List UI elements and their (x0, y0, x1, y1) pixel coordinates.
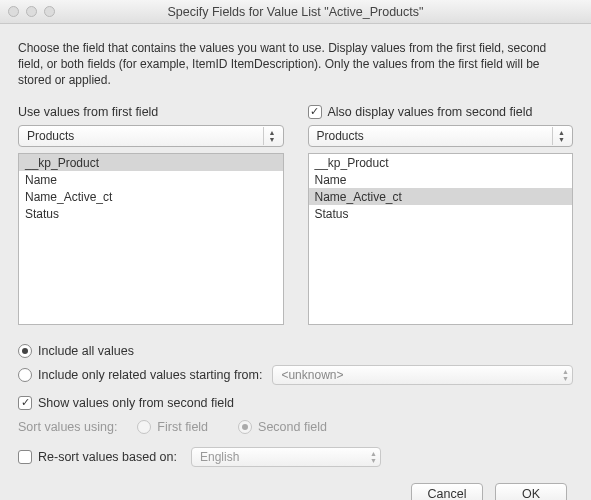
list-item[interactable]: Status (309, 205, 573, 222)
dialog-content: Choose the field that contains the value… (0, 24, 591, 500)
first-field-column: Use values from first field Products ▲▼ … (18, 103, 284, 325)
include-all-row: Include all values (18, 339, 573, 363)
options-group: Include all values Include only related … (18, 339, 573, 469)
list-item[interactable]: Name_Active_ct (309, 188, 573, 205)
description-text: Choose the field that contains the value… (18, 40, 573, 89)
sort-first-radio (137, 420, 151, 434)
resort-label: Re-sort values based on: (38, 450, 177, 464)
second-field-table-select[interactable]: Products ▲▼ (308, 125, 574, 147)
zoom-icon[interactable] (44, 6, 55, 17)
sort-second-label: Second field (258, 420, 327, 434)
titlebar: Specify Fields for Value List "Active_Pr… (0, 0, 591, 24)
dialog-buttons: Cancel OK (18, 483, 573, 500)
select-arrows-icon: ▲▼ (562, 368, 569, 382)
resort-language-select[interactable]: English ▲▼ (191, 447, 381, 467)
first-field-table-select[interactable]: Products ▲▼ (18, 125, 284, 147)
second-field-listbox[interactable]: __kp_Product Name Name_Active_ct Status (308, 153, 574, 325)
field-columns: Use values from first field Products ▲▼ … (18, 103, 573, 325)
close-icon[interactable] (8, 6, 19, 17)
list-item[interactable]: Name (19, 171, 283, 188)
show-second-only-row: Show values only from second field (18, 391, 573, 415)
list-item[interactable]: __kp_Product (309, 154, 573, 171)
first-field-table-value: Products (27, 129, 74, 143)
minimize-icon[interactable] (26, 6, 37, 17)
second-field-column: Also display values from second field Pr… (308, 103, 574, 325)
include-related-radio[interactable] (18, 368, 32, 382)
list-item[interactable]: Status (19, 205, 283, 222)
list-item[interactable]: Name (309, 171, 573, 188)
include-related-select[interactable]: <unknown> ▲▼ (272, 365, 573, 385)
resort-row: Re-sort values based on: English ▲▼ (18, 445, 573, 469)
first-field-listbox[interactable]: __kp_Product Name Name_Active_ct Status (18, 153, 284, 325)
list-item[interactable]: __kp_Product (19, 154, 283, 171)
second-field-header: Also display values from second field (308, 103, 574, 121)
list-item[interactable]: Name_Active_ct (19, 188, 283, 205)
window-title: Specify Fields for Value List "Active_Pr… (8, 5, 583, 19)
ok-button[interactable]: OK (495, 483, 567, 500)
also-display-checkbox[interactable] (308, 105, 322, 119)
show-second-only-checkbox[interactable] (18, 396, 32, 410)
select-arrows-icon: ▲▼ (370, 450, 377, 464)
include-all-label: Include all values (38, 344, 134, 358)
second-field-table-value: Products (317, 129, 364, 143)
resort-checkbox[interactable] (18, 450, 32, 464)
select-arrows-icon: ▲▼ (263, 127, 281, 145)
select-arrows-icon: ▲▼ (552, 127, 570, 145)
include-related-value: <unknown> (281, 368, 343, 382)
sort-second-radio (238, 420, 252, 434)
resort-language-value: English (200, 450, 239, 464)
also-display-label: Also display values from second field (328, 105, 533, 119)
first-field-header: Use values from first field (18, 103, 284, 121)
sort-values-row: Sort values using: First field Second fi… (18, 415, 573, 439)
include-all-radio[interactable] (18, 344, 32, 358)
cancel-button[interactable]: Cancel (411, 483, 483, 500)
include-related-row: Include only related values starting fro… (18, 363, 573, 387)
window-controls (8, 6, 55, 17)
sort-values-label: Sort values using: (18, 420, 117, 434)
show-second-only-label: Show values only from second field (38, 396, 234, 410)
sort-first-label: First field (157, 420, 208, 434)
include-related-label: Include only related values starting fro… (38, 368, 262, 382)
